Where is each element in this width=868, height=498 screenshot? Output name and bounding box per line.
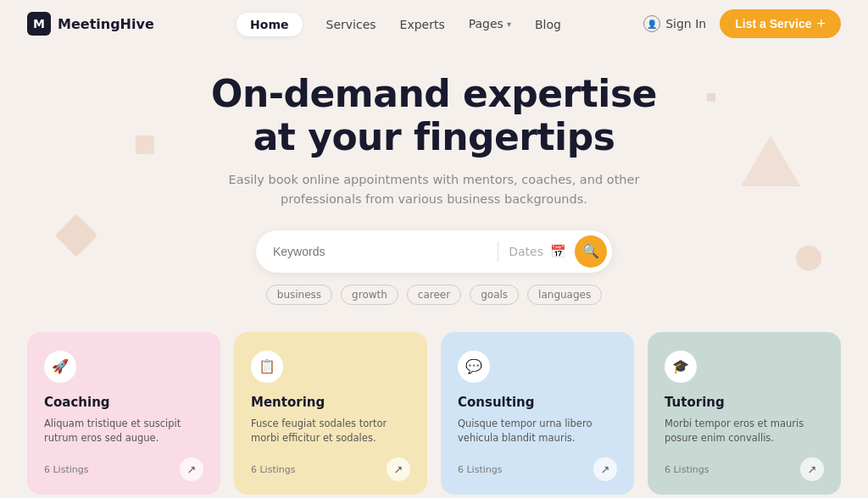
nav-right: 👤 Sign In List a Service + xyxy=(643,9,841,38)
card-mentoring[interactable]: 📋 Mentoring Fusce feugiat sodales tortor… xyxy=(234,332,427,495)
tutoring-footer: 6 Listings ↗ xyxy=(665,452,824,481)
hero-section: On-demand expertise at your fingertips E… xyxy=(0,47,868,305)
consulting-icon-wrap: 💬 xyxy=(458,351,490,383)
nav-item-pages[interactable]: Pages xyxy=(469,17,511,30)
consulting-description: Quisque tempor urna libero vehicula blan… xyxy=(458,417,617,446)
mentoring-title: Mentoring xyxy=(251,395,410,410)
coaching-icon: 🚀 xyxy=(52,358,69,374)
consulting-listings: 6 Listings xyxy=(458,464,502,475)
mentoring-listings: 6 Listings xyxy=(251,464,295,475)
search-button[interactable]: 🔍 xyxy=(575,235,607,268)
sign-in-icon: 👤 xyxy=(643,15,660,32)
nav-item-blog[interactable]: Blog xyxy=(535,16,561,32)
coaching-listings: 6 Listings xyxy=(44,464,88,475)
hero-heading: On-demand expertise at your fingertips xyxy=(17,73,851,158)
consulting-footer: 6 Listings ↗ xyxy=(458,452,617,481)
tag-languages[interactable]: languages xyxy=(527,285,602,305)
nav-item-home[interactable]: Home xyxy=(236,16,302,32)
hero-heading-line1: On-demand expertise xyxy=(211,72,657,115)
keywords-input[interactable] xyxy=(273,245,487,258)
list-service-label: List a Service xyxy=(735,17,811,30)
coaching-footer: 6 Listings ↗ xyxy=(44,452,203,481)
consulting-title: Consulting xyxy=(458,395,617,410)
card-coaching[interactable]: 🚀 Coaching Aliquam tristique et suscipit… xyxy=(27,332,220,495)
calendar-icon: 📅 xyxy=(550,244,566,259)
search-icon: 🔍 xyxy=(582,243,599,259)
tag-growth[interactable]: growth xyxy=(341,285,398,305)
tutoring-title: Tutoring xyxy=(665,395,824,410)
mentoring-footer: 6 Listings ↗ xyxy=(251,452,410,481)
coaching-icon-wrap: 🚀 xyxy=(44,351,76,383)
nav-link-home[interactable]: Home xyxy=(236,13,302,36)
logo-icon: M xyxy=(27,12,51,36)
tags-row: business growth career goals languages xyxy=(17,285,851,305)
tutoring-description: Morbi tempor eros et mauris posure enim … xyxy=(665,417,824,446)
logo[interactable]: M MeetingHive xyxy=(27,12,154,36)
hero-heading-line2: at your fingertips xyxy=(253,115,615,158)
nav-link-experts[interactable]: Experts xyxy=(400,18,445,31)
dates-field[interactable]: Dates 📅 xyxy=(509,244,566,259)
sign-in-link[interactable]: 👤 Sign In xyxy=(643,15,706,32)
list-service-button[interactable]: List a Service + xyxy=(720,9,841,38)
plus-icon: + xyxy=(816,16,826,31)
mentoring-icon: 📋 xyxy=(259,358,275,374)
nav-link-services[interactable]: Services xyxy=(326,18,376,31)
card-consulting[interactable]: 💬 Consulting Quisque tempor urna libero … xyxy=(441,332,634,495)
sign-in-label: Sign In xyxy=(665,17,706,30)
search-divider xyxy=(498,241,498,262)
tag-business[interactable]: business xyxy=(266,285,332,305)
coaching-title: Coaching xyxy=(44,395,203,410)
logo-text: MeetingHive xyxy=(58,16,154,32)
navbar: M MeetingHive Home Services Experts Page… xyxy=(0,0,868,47)
tutoring-arrow-button[interactable]: ↗ xyxy=(800,457,824,481)
card-tutoring[interactable]: 🎓 Tutoring Morbi tempor eros et mauris p… xyxy=(648,332,841,495)
cards-section: 🚀 Coaching Aliquam tristique et suscipit… xyxy=(0,332,868,495)
hero-subtext: Easily book online appointments with men… xyxy=(17,170,851,209)
mentoring-icon-wrap: 📋 xyxy=(251,351,283,383)
dates-placeholder: Dates xyxy=(509,245,543,258)
search-bar: Dates 📅 🔍 xyxy=(256,230,612,273)
coaching-arrow-button[interactable]: ↗ xyxy=(180,457,203,481)
nav-links: Home Services Experts Pages Blog xyxy=(236,16,561,32)
coaching-description: Aliquam tristique et suscipit rutrum ero… xyxy=(44,417,203,446)
tutoring-icon: 🎓 xyxy=(672,358,689,374)
nav-link-pages[interactable]: Pages xyxy=(469,17,511,30)
nav-item-experts[interactable]: Experts xyxy=(400,16,445,32)
nav-item-services[interactable]: Services xyxy=(326,16,376,32)
tutoring-icon-wrap: 🎓 xyxy=(665,351,697,383)
mentoring-description: Fusce feugiat sodales tortor morbi effic… xyxy=(251,417,410,446)
consulting-icon: 💬 xyxy=(465,358,482,374)
nav-link-blog[interactable]: Blog xyxy=(535,18,561,31)
consulting-arrow-button[interactable]: ↗ xyxy=(593,457,617,481)
tag-career[interactable]: career xyxy=(407,285,461,305)
tutoring-listings: 6 Listings xyxy=(665,464,709,475)
mentoring-arrow-button[interactable]: ↗ xyxy=(387,457,410,481)
tag-goals[interactable]: goals xyxy=(470,285,519,305)
